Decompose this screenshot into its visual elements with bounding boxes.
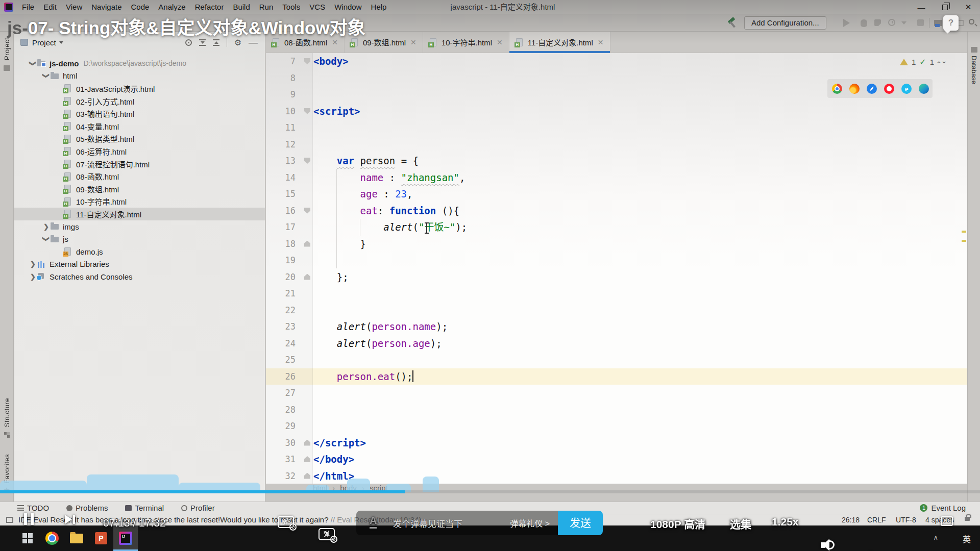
line-number[interactable]: 24 xyxy=(266,335,303,352)
run-anything-icon[interactable] xyxy=(934,19,942,27)
menu-help[interactable]: Help xyxy=(366,0,391,14)
menu-run[interactable]: Run xyxy=(255,0,278,14)
speed-button[interactable]: 1.25x xyxy=(772,516,799,528)
code-line[interactable]: 16 eat: function (){ xyxy=(266,203,967,219)
tab-close-icon[interactable]: ✕ xyxy=(598,38,604,46)
danmaku-send-button[interactable]: 发送 xyxy=(558,511,603,535)
code-line[interactable]: 10<script> xyxy=(266,103,967,120)
menu-edit[interactable]: Edit xyxy=(39,0,61,14)
code-line[interactable]: 23 alert(person.name); xyxy=(266,318,967,335)
episodes-button[interactable]: 选集 xyxy=(730,516,751,531)
line-number[interactable]: 25 xyxy=(266,352,303,368)
menu-tools[interactable]: Tools xyxy=(278,0,305,14)
tool-stripe-database[interactable]: Database xyxy=(968,47,980,86)
line-number[interactable]: 17 xyxy=(266,219,303,236)
line-number[interactable]: 26 xyxy=(266,368,303,385)
code-line[interactable]: 14 name : "zhangsan", xyxy=(266,169,967,186)
code-editor[interactable]: 7<body>8910<script>111213 var person = {… xyxy=(266,53,967,484)
danmaku-toggle-icon[interactable]: 弹⊘ xyxy=(278,516,294,528)
line-number[interactable]: 9 xyxy=(266,86,303,103)
line-number[interactable]: 8 xyxy=(266,70,303,87)
fold-marker-icon[interactable] xyxy=(304,473,310,479)
tree-item-11-自定义对象-html[interactable]: H11-自定义对象.html xyxy=(14,208,265,220)
line-number[interactable]: 28 xyxy=(266,402,303,418)
line-number[interactable]: 32 xyxy=(266,468,303,484)
pause-button[interactable] xyxy=(24,513,37,527)
tree-item-js[interactable]: ❯js xyxy=(14,233,265,245)
tree-item-10-字符串-html[interactable]: H10-字符串.html xyxy=(14,195,265,208)
tree-chevron-icon[interactable]: ❯ xyxy=(29,59,37,68)
code-line[interactable]: 30</script> xyxy=(266,435,967,452)
code-line[interactable]: 11 xyxy=(266,119,967,136)
tree-chevron-icon[interactable]: ❯ xyxy=(42,223,51,231)
code-line[interactable]: 29 xyxy=(266,418,967,435)
tree-item-03-输出语句-html[interactable]: H03-输出语句.html xyxy=(14,107,265,120)
tree-chevron-icon[interactable]: ❯ xyxy=(42,71,50,80)
tree-item-js-demo[interactable]: ❯js-demoD:\workspace\javascript\js-demo xyxy=(14,57,265,70)
opera-icon[interactable] xyxy=(884,84,894,94)
tool-stripe-favorites[interactable]: Favorites ★ xyxy=(0,454,13,495)
line-number[interactable]: 12 xyxy=(266,136,303,153)
tree-item-Scratches-and-Consoles[interactable]: ❯Scratches and Consoles xyxy=(14,270,265,283)
tree-chevron-icon[interactable]: ❯ xyxy=(42,235,50,243)
code-line[interactable]: 7<body> xyxy=(266,53,967,70)
tool-stripe-structure[interactable]: Structure xyxy=(0,398,13,441)
fold-marker-icon[interactable] xyxy=(304,456,310,462)
ie-icon[interactable]: e xyxy=(901,84,912,94)
restore-button[interactable] xyxy=(933,0,957,14)
line-number[interactable]: 18 xyxy=(266,236,303,253)
menu-code[interactable]: Code xyxy=(126,0,154,14)
line-number[interactable]: 21 xyxy=(266,285,303,302)
build-hammer-icon[interactable] xyxy=(727,18,738,28)
player-progress-bar[interactable] xyxy=(0,490,980,493)
menu-build[interactable]: Build xyxy=(228,0,254,14)
tree-item-05-数据类型-html[interactable]: H05-数据类型.html xyxy=(14,133,265,145)
fold-marker-icon[interactable] xyxy=(304,241,310,247)
line-number[interactable]: 19 xyxy=(266,252,303,269)
hide-panel-icon[interactable]: — xyxy=(249,39,258,46)
code-line[interactable]: 19 xyxy=(266,252,967,269)
tree-item-08-函数-html[interactable]: H08-函数.html xyxy=(14,170,265,183)
line-number[interactable]: 7 xyxy=(266,53,303,70)
coverage-icon[interactable] xyxy=(874,19,882,27)
code-line[interactable]: 28 xyxy=(266,402,967,418)
warning-stripe-mark[interactable] xyxy=(962,231,966,233)
firefox-icon[interactable] xyxy=(849,84,860,94)
menu-vcs[interactable]: VCS xyxy=(305,0,330,14)
menu-refactor[interactable]: Refactor xyxy=(190,0,229,14)
volume-icon[interactable] xyxy=(821,538,836,551)
next-problem-icon[interactable]: › xyxy=(941,61,948,63)
line-number[interactable]: 16 xyxy=(266,203,303,219)
edge-icon[interactable] xyxy=(919,84,929,94)
line-number[interactable]: 29 xyxy=(266,418,303,435)
danmaku-input[interactable]: 发个弹幕见证当下 弹幕礼仪 > xyxy=(356,511,558,535)
line-number[interactable]: 30 xyxy=(266,435,303,452)
help-tooltip-bubble[interactable]: ? xyxy=(943,15,959,31)
expand-all-icon[interactable] xyxy=(199,39,206,46)
menu-view[interactable]: View xyxy=(61,0,87,14)
code-line[interactable]: 26 person.eat(); xyxy=(266,368,967,385)
line-number[interactable]: 27 xyxy=(266,385,303,402)
fold-marker-icon[interactable] xyxy=(304,108,310,114)
tree-item-06-运算符-html[interactable]: H06-运算符.html xyxy=(14,145,265,158)
tree-item-02-引入方式-html[interactable]: H02-引入方式.html xyxy=(14,95,265,108)
code-line[interactable]: 18 } xyxy=(266,236,967,253)
menu-file[interactable]: File xyxy=(17,0,39,14)
code-line[interactable]: 15 age : 23, xyxy=(266,186,967,203)
tree-item-01-JavaScript演示-html[interactable]: H01-JavaScript演示.html xyxy=(14,82,265,95)
fullscreen-icon[interactable] xyxy=(941,516,953,526)
tree-item-imgs[interactable]: ❯imgs xyxy=(14,220,265,233)
menu-navigate[interactable]: Navigate xyxy=(87,0,126,14)
line-number[interactable]: 14 xyxy=(266,169,303,186)
code-line[interactable]: 12 xyxy=(266,136,967,153)
chrome-icon[interactable] xyxy=(832,84,842,94)
stop-icon[interactable] xyxy=(917,19,925,27)
select-opened-file-icon[interactable] xyxy=(185,39,192,46)
fold-marker-icon[interactable] xyxy=(304,440,310,446)
editor-tab[interactable]: H11-自定义对象.html✕ xyxy=(509,32,610,53)
tree-item-External-Libraries[interactable]: ❯External Libraries xyxy=(14,258,265,271)
code-line[interactable]: 21 xyxy=(266,285,967,302)
run-dropdown-icon[interactable] xyxy=(901,19,910,27)
inspections-widget[interactable]: 1 ✓ 1 › › xyxy=(900,57,945,67)
code-line[interactable]: 25 xyxy=(266,352,967,368)
